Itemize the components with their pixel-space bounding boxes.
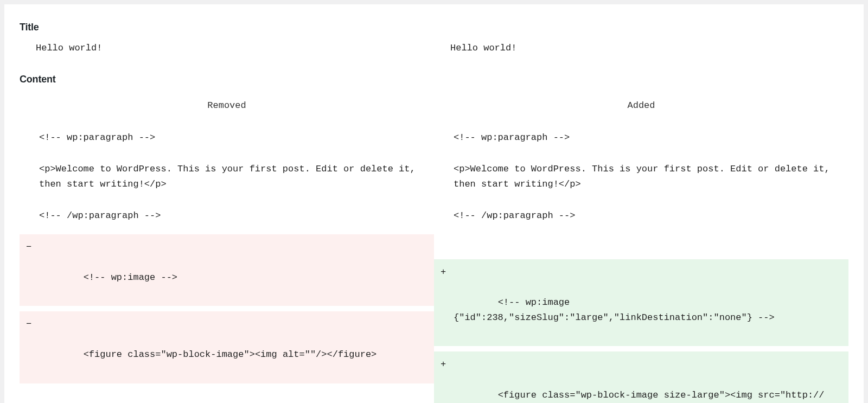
diff-columns: Removed <!-- wp:paragraph --> <p>Welcome…: [20, 95, 848, 403]
diff-right-header: Added: [434, 95, 848, 125]
diff-line: <p>Welcome to WordPress. This is your fi…: [434, 156, 848, 197]
diff-line: <!-- wp:paragraph -->: [20, 125, 434, 151]
diff-left-col: Removed <!-- wp:paragraph --> <p>Welcome…: [20, 95, 434, 403]
title-compare-row: Hello world! Hello world!: [20, 43, 848, 53]
diff-spacer: [434, 234, 848, 259]
minus-icon: −: [26, 317, 31, 332]
title-right-col: Hello world!: [434, 43, 848, 53]
diff-left-header: Removed: [20, 95, 434, 125]
diff-line-removed: − <!-- wp:image -->: [20, 234, 434, 306]
diff-spacer: [20, 383, 434, 403]
plus-icon: +: [441, 357, 446, 372]
section-content-heading: Content: [20, 74, 848, 85]
diff-line-added: + <!-- wp:image {"id":238,"sizeSlug":"la…: [434, 259, 848, 346]
diff-line-added: + <figure class="wp-block-image size-lar…: [434, 351, 848, 403]
diff-line: <!-- /wp:paragraph -->: [20, 203, 434, 229]
diff-line-removed: − <figure class="wp-block-image"><img al…: [20, 311, 434, 383]
diff-text: <figure class="wp-block-image size-large…: [454, 390, 868, 403]
diff-line: <!-- wp:paragraph -->: [434, 125, 848, 151]
diff-text: <!-- wp:image {"id":238,"sizeSlug":"larg…: [454, 297, 775, 323]
title-right-value: Hello world!: [434, 43, 848, 53]
title-left-col: Hello world!: [20, 43, 434, 53]
diff-text: <figure class="wp-block-image"><img alt=…: [84, 349, 377, 360]
diff-line: <!-- /wp:paragraph -->: [434, 203, 848, 229]
title-left-value: Hello world!: [20, 43, 434, 53]
minus-icon: −: [26, 240, 31, 255]
diff-text: <!-- wp:image -->: [84, 272, 177, 283]
section-title-heading: Title: [20, 22, 848, 33]
plus-icon: +: [441, 265, 446, 280]
diff-line: <p>Welcome to WordPress. This is your fi…: [20, 156, 434, 197]
diff-right-col: Added <!-- wp:paragraph --> <p>Welcome t…: [434, 95, 848, 403]
revision-compare-panel: Title Hello world! Hello world! Content …: [4, 4, 864, 403]
